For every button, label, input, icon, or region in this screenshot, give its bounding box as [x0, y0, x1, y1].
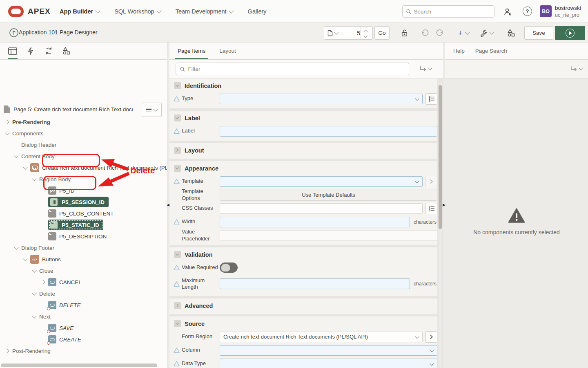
undo-button[interactable] [419, 27, 430, 38]
tree-node-dialog-footer[interactable]: Dialog Footer [0, 242, 167, 254]
chevron-right-icon[interactable] [4, 348, 11, 354]
chevron-down-icon [415, 334, 419, 339]
tree-options-button[interactable] [142, 103, 162, 117]
type-quickpick-button[interactable] [425, 93, 437, 105]
template-select[interactable] [220, 176, 423, 187]
user-info[interactable]: bostrowski uc_rte_pro [555, 4, 581, 18]
admin-icon[interactable] [503, 7, 513, 17]
value-required-toggle[interactable] [220, 263, 238, 273]
tree-node-create-button[interactable]: CREATE [0, 334, 167, 345]
save-button[interactable]: Save [524, 26, 553, 40]
expand-icon[interactable] [174, 147, 181, 154]
tree-node-p5-session-id[interactable]: P5_SESSION_ID [0, 196, 167, 208]
create-menu-button[interactable]: + [455, 27, 472, 38]
chevron-down-icon[interactable] [13, 153, 20, 159]
tree-node-delete-button[interactable]: DELETE [0, 299, 167, 311]
warning-triangle-icon [174, 128, 180, 134]
tree-node-delete-group[interactable]: Delete [0, 288, 167, 299]
tree-node-close[interactable]: Close [0, 265, 167, 276]
tree-node-dialog-header[interactable]: Dialog Header [0, 139, 167, 150]
chevron-down-icon[interactable] [31, 290, 38, 297]
page-number-stepper[interactable] [360, 27, 371, 39]
tree-node-pre-rendering[interactable]: Pre-Rendering [0, 116, 167, 128]
app-home-icon[interactable] [9, 28, 19, 38]
scrollbar-thumb[interactable] [439, 85, 442, 229]
tree-node-save-button[interactable]: SAVE [0, 322, 167, 334]
menu-app-builder[interactable]: App Builder [60, 8, 100, 15]
utilities-menu-button[interactable] [478, 27, 496, 38]
tree-node-p5-static-id[interactable]: P5_STATIC_ID [0, 219, 167, 231]
template-detail-button[interactable] [425, 176, 437, 187]
lock-button[interactable] [399, 27, 410, 38]
tree-node-cancel[interactable]: CANCEL [0, 276, 167, 288]
tree-node-post-rendering[interactable]: Post-Rendering [0, 345, 167, 357]
css-classes-quickpick-button[interactable] [425, 203, 437, 214]
tree-node-p5-id[interactable]: P5_ID [0, 185, 167, 196]
redo-button[interactable] [434, 27, 446, 38]
tree-node-buttons[interactable]: </>Buttons [0, 254, 167, 265]
tree-node-p5-clob-content[interactable]: P5_CLOB_CONTENT [0, 208, 167, 219]
width-input[interactable] [220, 217, 410, 227]
collapse-icon[interactable] [174, 320, 181, 327]
chevron-down-icon[interactable] [22, 164, 29, 171]
hot-button-item-icon [48, 324, 56, 332]
chevron-down-icon[interactable] [22, 256, 29, 263]
tab-processing[interactable] [42, 43, 55, 59]
tree-node-page[interactable]: Page 5: Create rich text document Rich T… [0, 102, 167, 116]
tree-node-content-body[interactable]: Content Body [0, 150, 167, 162]
run-page-button[interactable] [555, 26, 585, 40]
page-number-input[interactable] [341, 27, 360, 39]
property-row-maximum-length: Maximum Length characters [169, 274, 437, 293]
tab-dynamic-actions[interactable] [24, 43, 37, 59]
data-type-select[interactable] [220, 359, 437, 368]
chevron-down-icon[interactable] [31, 313, 38, 320]
chevron-down-icon[interactable] [13, 245, 20, 251]
column-select[interactable] [220, 345, 437, 356]
tree-node-next[interactable]: Next [0, 311, 167, 322]
filter-input[interactable] [188, 66, 405, 72]
page-picker-button[interactable] [324, 27, 341, 39]
shared-components-button[interactable] [506, 27, 517, 38]
chevron-down-icon[interactable] [31, 176, 38, 182]
user-avatar[interactable]: BO [540, 5, 552, 17]
tab-help[interactable]: Help [451, 43, 467, 59]
collapse-icon[interactable] [174, 251, 181, 258]
collapse-right-icon[interactable]: ▶ [443, 203, 445, 207]
tree-node-components[interactable]: Components [0, 128, 167, 139]
vertical-scrollbar[interactable] [439, 82, 442, 368]
expand-icon[interactable] [174, 302, 181, 309]
property-row-label: Label [169, 124, 437, 138]
breadcrumb-application[interactable]: Application 101 [19, 29, 58, 36]
use-template-defaults-button[interactable]: Use Template Defaults [220, 189, 437, 201]
search-input[interactable] [414, 9, 491, 15]
value-placeholder-input[interactable] [220, 230, 437, 241]
go-button[interactable]: Go [374, 26, 390, 40]
horizontal-scrollbar[interactable] [1, 364, 157, 367]
menu-gallery[interactable]: Gallery [248, 8, 267, 15]
chevron-down-icon[interactable] [4, 130, 11, 137]
help-icon[interactable]: ? [523, 7, 532, 16]
collapse-icon[interactable] [174, 165, 181, 172]
chevron-right-icon[interactable] [4, 119, 11, 125]
tree-node-p5-description[interactable]: P5_DESCRIPTION [0, 231, 167, 242]
menu-team-development[interactable]: Team Development [176, 8, 233, 15]
tab-page-search[interactable]: Page Search [473, 43, 510, 59]
label-input[interactable] [220, 126, 437, 137]
menu-sql-workshop[interactable]: SQL Workshop [114, 8, 161, 15]
tab-layout[interactable]: Layout [217, 43, 238, 59]
maximum-length-input[interactable] [220, 278, 410, 289]
form-region-select[interactable]: Create rich text document Rich Text docu… [220, 332, 423, 342]
chevron-right-icon[interactable] [40, 279, 47, 285]
tab-rendering[interactable] [7, 43, 19, 59]
tab-page-shared-components[interactable] [60, 43, 73, 59]
css-classes-input[interactable] [220, 203, 423, 214]
chevron-down-icon[interactable] [31, 267, 38, 274]
collapse-icon[interactable] [174, 82, 181, 89]
go-to-group-button[interactable] [419, 66, 437, 72]
collapse-left-icon[interactable]: ◀ [167, 203, 169, 207]
go-to-group-button[interactable] [570, 66, 588, 72]
collapse-icon[interactable] [174, 114, 181, 121]
type-select[interactable] [220, 94, 423, 104]
tab-page-items[interactable]: Page Items [175, 43, 208, 59]
form-region-detail-button[interactable] [425, 331, 437, 343]
